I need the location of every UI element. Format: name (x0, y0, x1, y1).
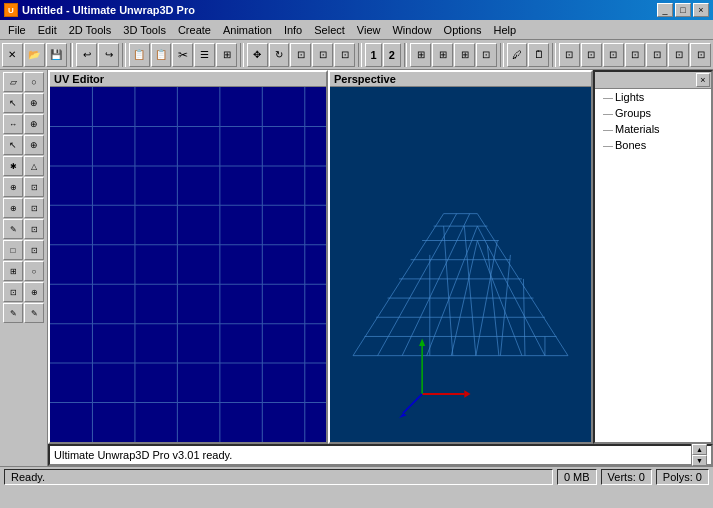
menu-3d-tools[interactable]: 3D Tools (117, 22, 172, 38)
toolbar-snap[interactable]: ⊡ (334, 43, 355, 67)
vtool-r9[interactable]: ○ (24, 261, 44, 281)
menu-info[interactable]: Info (278, 22, 308, 38)
menu-create[interactable]: Create (172, 22, 217, 38)
toolbar-undo[interactable]: ↩ (76, 43, 97, 67)
toolbar-sep6 (500, 43, 504, 67)
vtool-r5[interactable]: ⊡ (24, 219, 44, 239)
toolbar-cut[interactable]: ✂ (172, 43, 193, 67)
menu-edit[interactable]: Edit (32, 22, 63, 38)
right-panel-close-button[interactable]: × (696, 73, 710, 87)
maximize-button[interactable]: □ (675, 3, 691, 17)
title-controls[interactable]: _ □ × (657, 3, 709, 17)
menu-animation[interactable]: Animation (217, 22, 278, 38)
toolbar-sep7 (552, 43, 556, 67)
toolbar-view2[interactable]: ⊞ (432, 43, 453, 67)
toolbar-b4[interactable]: ⊡ (625, 43, 646, 67)
vtool-weld[interactable]: ✱ (3, 156, 23, 176)
vtool-r4[interactable]: ⊡ (24, 198, 44, 218)
menu-file[interactable]: File (2, 22, 32, 38)
toolbar-move[interactable]: ✥ (247, 43, 268, 67)
toolbar-pen[interactable]: 🖊 (507, 43, 528, 67)
main-area: ▱ ○ ↖ ⊕ ↔ ⊕ ↖ ⊕ ✱ △ ⊕ ⊡ ⊕ ⊡ ✎ ⊡ (0, 70, 713, 466)
perspective-panel: Perspective (328, 70, 593, 444)
toolbar-open[interactable]: 📂 (24, 43, 45, 67)
vtool-r13[interactable]: ✎ (24, 303, 44, 323)
vtool-move[interactable]: ↖ (3, 93, 23, 113)
toolbar-b7[interactable]: ⊡ (690, 43, 711, 67)
toolbar-b6[interactable]: ⊡ (668, 43, 689, 67)
toolbar-view4[interactable]: ⊡ (476, 43, 497, 67)
toolbar-save[interactable]: 💾 (46, 43, 67, 67)
status-polys-text: Polys: 0 (663, 471, 702, 483)
menu-2d-tools[interactable]: 2D Tools (63, 22, 118, 38)
toolbar-scale[interactable]: ⊡ (290, 43, 311, 67)
toolbar-grid[interactable]: ⊞ (216, 43, 237, 67)
log-scrollbar[interactable]: ▲ ▼ (691, 444, 707, 466)
log-message: Ultimate Unwrap3D Pro v3.01 ready. (54, 449, 232, 461)
tree-item-groups[interactable]: — Groups (595, 105, 711, 121)
toolbar: ✕ 📂 💾 ↩ ↪ 📋 📋 ✂ ☰ ⊞ ✥ ↻ ⊡ ⊡ ⊡ 1 2 ⊞ ⊞ ⊞ … (0, 40, 713, 70)
tree-item-lights[interactable]: — Lights (595, 89, 711, 105)
toolbar-num1[interactable]: 1 (365, 43, 382, 67)
vtool-row: ⊡ ⊕ (3, 282, 44, 302)
toolbar-num2[interactable]: 2 (383, 43, 400, 67)
tree-item-materials[interactable]: — Materials (595, 121, 711, 137)
menu-options[interactable]: Options (438, 22, 488, 38)
vtool-select[interactable]: ▱ (3, 72, 23, 92)
vtool-add[interactable]: ⊕ (24, 93, 44, 113)
tree-dash: — (603, 124, 613, 135)
vtool-r2[interactable]: ⊡ (24, 177, 44, 197)
vtool-r10[interactable]: ⊡ (3, 282, 23, 302)
status-verts-text: Verts: 0 (608, 471, 645, 483)
toolbar-rotate[interactable]: ↻ (269, 43, 290, 67)
vtool-zoom[interactable]: ⊕ (24, 114, 44, 134)
status-memory-text: 0 MB (564, 471, 590, 483)
menu-view[interactable]: View (351, 22, 387, 38)
vtool-r7[interactable]: ⊡ (24, 240, 44, 260)
toolbar-b1[interactable]: ⊡ (559, 43, 580, 67)
vtool-pan[interactable]: ↔ (3, 114, 23, 134)
vtool-r12[interactable]: ✎ (3, 303, 23, 323)
toolbar-view1[interactable]: ⊞ (410, 43, 431, 67)
toolbar-copy[interactable]: 📋 (129, 43, 150, 67)
toolbar-paste[interactable]: 📋 (151, 43, 172, 67)
minimize-button[interactable]: _ (657, 3, 673, 17)
vtool-row: ✎ ⊡ (3, 219, 44, 239)
menu-help[interactable]: Help (488, 22, 523, 38)
log-scroll-down[interactable]: ▼ (692, 455, 707, 466)
vtool-r11[interactable]: ⊕ (24, 282, 44, 302)
tree-label-lights: Lights (615, 91, 644, 103)
toolbar-new[interactable]: ✕ (2, 43, 23, 67)
vtool-row: ✎ ✎ (3, 303, 44, 323)
vtool-arrow[interactable]: ↖ (3, 135, 23, 155)
toolbar-b5[interactable]: ⊡ (646, 43, 667, 67)
close-button[interactable]: × (693, 3, 709, 17)
perspective-canvas[interactable] (330, 87, 591, 442)
toolbar-note[interactable]: 🗒 (528, 43, 549, 67)
menu-window[interactable]: Window (386, 22, 437, 38)
toolbar-view3[interactable]: ⊞ (454, 43, 475, 67)
toolbar-render[interactable]: ⊡ (312, 43, 333, 67)
vtool-plus[interactable]: ⊕ (24, 135, 44, 155)
right-panel-header: × (595, 72, 711, 89)
toolbar-delete[interactable]: ☰ (194, 43, 215, 67)
toolbar-sep4 (358, 43, 362, 67)
tree-item-bones[interactable]: — Bones (595, 137, 711, 153)
vtool-pen[interactable]: ✎ (3, 219, 23, 239)
toolbar-b3[interactable]: ⊡ (603, 43, 624, 67)
uv-editor-canvas[interactable] (50, 87, 326, 442)
vtool-r3[interactable]: ⊕ (3, 198, 23, 218)
toolbar-redo[interactable]: ↪ (98, 43, 119, 67)
vtool-r6[interactable]: □ (3, 240, 23, 260)
log-scroll-up[interactable]: ▲ (692, 444, 707, 455)
vtool-lasso[interactable]: ○ (24, 72, 44, 92)
vtool-row: □ ⊡ (3, 240, 44, 260)
vtool-cut[interactable]: △ (24, 156, 44, 176)
toolbar-sep1 (70, 43, 74, 67)
menu-select[interactable]: Select (308, 22, 351, 38)
toolbar-b2[interactable]: ⊡ (581, 43, 602, 67)
vtool-row: ⊕ ⊡ (3, 198, 44, 218)
vtool-r8[interactable]: ⊞ (3, 261, 23, 281)
right-panel: × — Lights — Groups — Materials — Bones (593, 70, 713, 444)
vtool-r1[interactable]: ⊕ (3, 177, 23, 197)
